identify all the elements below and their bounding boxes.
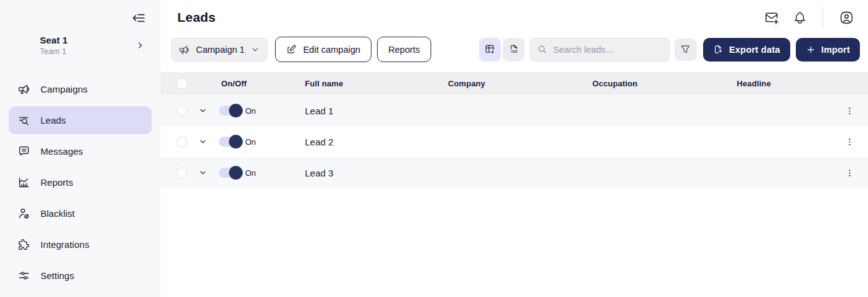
row-menu-button[interactable] (840, 132, 859, 151)
column-header-company: Company (419, 79, 564, 88)
plus-icon (806, 45, 816, 55)
bell-icon (793, 11, 807, 25)
seat-subtitle: Team 1 (40, 47, 149, 56)
avatar-icon (839, 10, 854, 25)
lead-toggle[interactable] (219, 137, 241, 147)
table-columns-settings-button[interactable] (479, 38, 501, 62)
table-row: On Lead 2 (161, 126, 868, 157)
file-export-icon (713, 44, 724, 55)
chevron-down-icon (198, 137, 207, 146)
profile-button[interactable] (836, 7, 857, 28)
import-button[interactable]: Import (796, 38, 860, 62)
user-block-icon (17, 207, 30, 220)
row-checkbox[interactable] (177, 137, 187, 147)
reports-button[interactable]: Reports (377, 37, 431, 62)
row-menu-button[interactable] (840, 163, 859, 182)
new-message-button[interactable] (761, 7, 782, 28)
collapse-sidebar-button[interactable] (130, 9, 147, 27)
sliders-icon (17, 269, 30, 282)
toolbar: Campaign 1 Edit campaign Reports (161, 37, 868, 62)
lead-full-name: Lead 1 (276, 106, 419, 116)
kebab-menu-icon (845, 106, 854, 116)
search-input[interactable] (553, 45, 663, 55)
filter-button[interactable] (674, 39, 697, 61)
chart-icon (17, 176, 30, 189)
edit-pencil-icon (286, 44, 297, 55)
mail-plus-icon (764, 10, 780, 25)
megaphone-icon (179, 44, 190, 55)
message-icon (17, 145, 30, 158)
export-data-button[interactable]: Export data (703, 38, 790, 62)
column-header-headline: Headline (708, 79, 831, 88)
toggle-knob (229, 135, 243, 148)
sidebar-item-label: Settings (40, 270, 74, 281)
notifications-button[interactable] (789, 7, 810, 28)
csv-file-icon: CSV (508, 43, 520, 55)
lead-toggle[interactable] (219, 168, 241, 178)
sidebar-item-campaigns[interactable]: Campaigns (9, 75, 152, 103)
leads-table: On/Off Full name Company Occupation Head… (161, 72, 868, 188)
topbar: Leads (161, 0, 868, 35)
campaign-selector-label: Campaign 1 (196, 45, 245, 55)
page-title: Leads (177, 10, 216, 25)
row-expand-button[interactable] (192, 132, 214, 151)
kebab-menu-icon (845, 137, 854, 147)
sidebar-item-messages[interactable]: Messages (9, 137, 152, 165)
sidebar-item-label: Messages (40, 146, 83, 157)
sidebar-item-settings[interactable]: Settings (9, 262, 152, 290)
sidebar-item-label: Reports (40, 177, 73, 188)
export-csv-view-button[interactable]: CSV (503, 38, 525, 62)
filter-funnel-icon (680, 44, 691, 55)
row-expand-button[interactable] (192, 101, 214, 120)
sidebar-item-integrations[interactable]: Integrations (9, 231, 152, 258)
seat-title: Seat 1 (40, 35, 149, 45)
row-checkbox[interactable] (177, 168, 187, 178)
table-header-row: On/Off Full name Company Occupation Head… (161, 72, 868, 95)
table-row: On Lead 1 (161, 95, 868, 126)
chevron-down-icon (251, 45, 259, 54)
sidebar-item-label: Leads (40, 115, 66, 126)
sidebar-item-label: Blacklist (40, 208, 75, 219)
svg-text:CSV: CSV (511, 50, 518, 53)
row-expand-button[interactable] (192, 163, 214, 182)
row-checkbox[interactable] (177, 106, 187, 116)
sidebar-item-label: Integrations (40, 239, 89, 250)
toggle-state-label: On (245, 137, 256, 147)
topbar-divider (823, 6, 823, 29)
toggle-knob (229, 166, 243, 180)
sidebar-nav: Campaigns Leads Messages (0, 75, 161, 290)
reports-button-label: Reports (388, 45, 420, 55)
table-row: On Lead 3 (161, 157, 868, 188)
row-menu-button[interactable] (840, 101, 859, 120)
toggle-knob (229, 104, 243, 117)
sidebar-item-reports[interactable]: Reports (9, 168, 152, 196)
main-content: Leads (161, 0, 868, 297)
edit-campaign-label: Edit campaign (303, 45, 360, 55)
select-all-checkbox[interactable] (177, 78, 187, 89)
chevron-right-icon (136, 41, 144, 50)
chevron-down-icon (198, 168, 207, 177)
column-header-occupation: Occupation (564, 79, 708, 88)
campaign-selector-dropdown[interactable]: Campaign 1 (170, 37, 268, 62)
table-settings-icon (484, 43, 496, 55)
search-icon (537, 44, 548, 55)
column-header-full-name: Full name (276, 79, 419, 88)
megaphone-icon (17, 83, 30, 96)
edit-campaign-button[interactable]: Edit campaign (275, 37, 371, 62)
view-toggle: CSV (479, 38, 525, 62)
sidebar-item-leads[interactable]: Leads (9, 106, 152, 134)
sidebar-item-blacklist[interactable]: Blacklist (9, 199, 152, 227)
collapse-sidebar-icon (131, 10, 147, 26)
export-data-label: Export data (729, 45, 780, 55)
chevron-down-icon (198, 106, 207, 115)
sidebar-item-label: Campaigns (40, 84, 88, 94)
kebab-menu-icon (845, 168, 854, 178)
puzzle-icon (17, 238, 30, 251)
seat-selector[interactable]: Seat 1 Team 1 (0, 35, 161, 56)
toggle-state-label: On (245, 168, 256, 178)
lead-full-name: Lead 3 (276, 168, 419, 178)
lead-search-icon (17, 114, 30, 127)
sidebar: Seat 1 Team 1 Campaigns (0, 0, 161, 297)
lead-toggle[interactable] (219, 106, 241, 116)
column-header-onoff: On/Off (192, 79, 276, 88)
